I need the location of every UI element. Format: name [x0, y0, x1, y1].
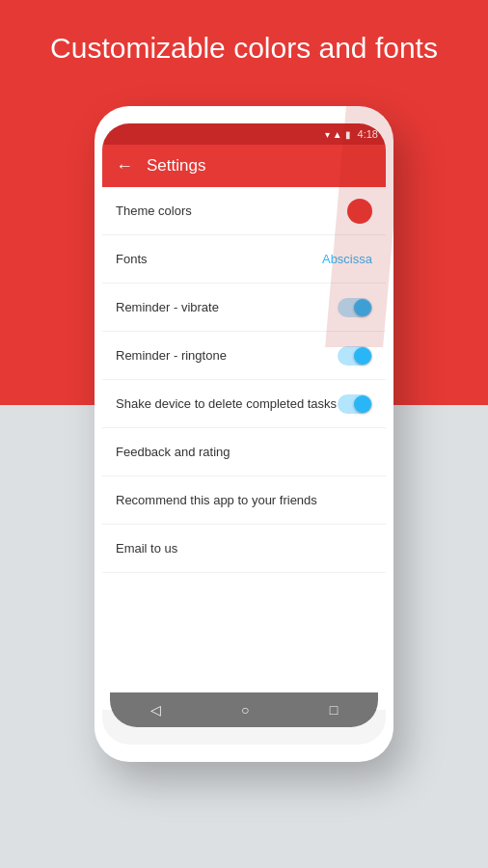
settings-list: Theme colors Fonts Abscissa Reminder - v… — [102, 187, 386, 710]
theme-colors-label: Theme colors — [116, 203, 192, 218]
settings-item-email[interactable]: Email to us — [102, 525, 386, 573]
page-title: Customizable colors and fonts — [0, 29, 488, 67]
nav-back-icon[interactable]: ◁ — [150, 702, 161, 718]
nav-home-icon[interactable]: ○ — [241, 702, 249, 718]
signal-icon: ▲ — [333, 129, 342, 140]
toolbar-title: Settings — [147, 156, 205, 176]
settings-item-recommend[interactable]: Recommend this app to your friends — [102, 476, 386, 525]
settings-item-shake-delete[interactable]: Shake device to delete completed tasks — [102, 380, 386, 428]
settings-item-reminder-ringtone[interactable]: Reminder - ringtone — [102, 332, 386, 380]
email-label: Email to us — [116, 541, 177, 556]
wifi-icon: ▾ — [325, 129, 330, 140]
toolbar: ← Settings — [102, 145, 386, 187]
reminder-ringtone-toggle[interactable] — [338, 346, 372, 366]
status-time: 4:18 — [358, 128, 378, 140]
settings-item-reminder-vibrate[interactable]: Reminder - vibrate — [102, 284, 386, 332]
phone-frame: ▾ ▲ ▮ 4:18 ← Settings Theme colors Fonts… — [95, 106, 393, 762]
reminder-ringtone-label: Reminder - ringtone — [116, 348, 227, 363]
nav-bar: ◁ ○ □ — [110, 692, 378, 727]
shake-delete-toggle[interactable] — [338, 394, 372, 414]
nav-recents-icon[interactable]: □ — [330, 702, 338, 718]
phone-screen: ▾ ▲ ▮ 4:18 ← Settings Theme colors Fonts… — [102, 123, 386, 745]
settings-item-fonts[interactable]: Fonts Abscissa — [102, 235, 386, 284]
back-button[interactable]: ← — [116, 156, 133, 176]
settings-item-theme-colors[interactable]: Theme colors — [102, 187, 386, 235]
settings-item-feedback-rating[interactable]: Feedback and rating — [102, 428, 386, 476]
fonts-value: Abscissa — [322, 252, 372, 266]
fonts-label: Fonts — [116, 252, 148, 266]
status-bar: ▾ ▲ ▮ 4:18 — [102, 123, 386, 145]
shake-delete-label: Shake device to delete completed tasks — [116, 396, 337, 411]
feedback-rating-label: Feedback and rating — [116, 445, 230, 459]
theme-color-circle — [347, 199, 372, 224]
reminder-vibrate-toggle[interactable] — [338, 298, 372, 317]
status-icons: ▾ ▲ ▮ 4:18 — [325, 128, 378, 140]
recommend-label: Recommend this app to your friends — [116, 493, 317, 507]
battery-icon: ▮ — [345, 129, 351, 140]
reminder-vibrate-label: Reminder - vibrate — [116, 300, 219, 314]
